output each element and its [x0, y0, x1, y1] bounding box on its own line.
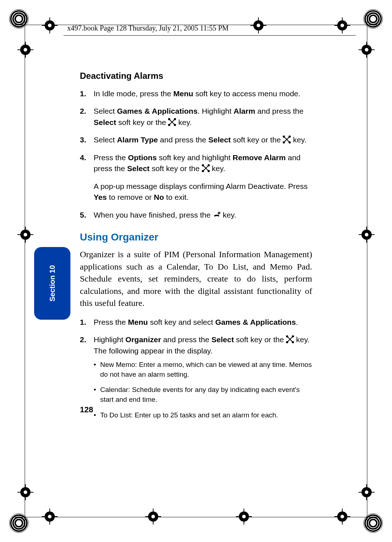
svg-point-65	[283, 136, 285, 137]
svg-point-60	[174, 118, 176, 120]
svg-point-8	[24, 48, 27, 52]
list-item: 1.Press the Menu soft key and select Gam…	[80, 317, 312, 328]
ok-key-icon	[286, 335, 294, 343]
end-key-icon	[213, 211, 221, 219]
organizer-intro: Organizer is a suite of PIM (Personal In…	[80, 248, 312, 310]
list-item: •To Do List: Enter up to 25 tasks and se…	[94, 410, 312, 420]
svg-point-52	[340, 24, 344, 27]
organizer-step-list: 1.Press the Menu soft key and select Gam…	[80, 317, 312, 426]
crosshair-icon	[236, 509, 252, 525]
step-text: When you have finished, press the key.	[94, 210, 312, 221]
list-item: •Calendar: Schedule events for any day b…	[94, 385, 312, 404]
step-text: Highlight Organizer and press the Select…	[94, 335, 310, 355]
crosshair-icon	[359, 484, 375, 500]
section-tab: Section 10	[34, 247, 70, 320]
registration-mark-icon	[363, 9, 383, 29]
step-text: Select Games & Applications. Highlight A…	[94, 106, 312, 128]
svg-point-44	[242, 515, 246, 518]
svg-point-72	[208, 165, 209, 166]
list-item: 1.In Idle mode, press the Menu soft key …	[80, 88, 312, 99]
crosshair-icon	[145, 509, 161, 525]
registration-mark-icon	[9, 9, 29, 29]
svg-point-32	[48, 24, 52, 27]
list-item: 5.When you have finished, press the key.	[80, 210, 312, 221]
list-item: 4. Press the Options soft key and highli…	[80, 152, 312, 203]
svg-point-48	[340, 515, 344, 518]
organizer-sub-list: •New Memo: Enter a memo, which can be vi…	[94, 360, 312, 420]
alarms-step-list: 1.In Idle mode, press the Menu soft key …	[80, 88, 312, 221]
svg-point-62	[174, 124, 176, 126]
section-tab-label: Section 10	[48, 265, 57, 302]
crosshair-icon	[359, 227, 375, 243]
svg-point-61	[168, 124, 170, 126]
step-text: Select Alarm Type and press the Select s…	[94, 134, 312, 145]
list-item: 3.Select Alarm Type and press the Select…	[80, 134, 312, 145]
svg-point-82	[292, 341, 294, 343]
registration-mark-icon	[9, 513, 29, 533]
running-header: x497.book Page 128 Thursday, July 21, 20…	[67, 24, 229, 32]
header-rule	[64, 35, 356, 36]
svg-point-79	[286, 336, 288, 337]
svg-point-16	[24, 233, 27, 236]
svg-point-81	[286, 341, 288, 343]
ok-key-icon	[283, 136, 291, 143]
crosshair-icon	[250, 17, 266, 33]
sub-item-text: To Do List: Enter up to 25 tasks and set…	[100, 410, 312, 420]
heading-deactivating-alarms: Deactivating Alarms	[80, 71, 312, 81]
svg-point-28	[365, 490, 368, 494]
svg-point-66	[289, 136, 290, 137]
step-text: Press the Options soft key and highlight…	[94, 152, 312, 174]
svg-point-68	[289, 142, 290, 143]
svg-point-73	[202, 170, 204, 172]
svg-point-12	[365, 48, 368, 52]
step-text: Press the Menu soft key and select Games…	[94, 317, 312, 328]
svg-point-59	[168, 118, 170, 120]
svg-point-40	[151, 515, 155, 518]
ok-key-icon	[202, 164, 210, 172]
svg-point-24	[24, 490, 27, 494]
sub-item-text: Calendar: Schedule events for any day by…	[100, 385, 312, 404]
svg-point-80	[292, 336, 294, 337]
crosshair-icon	[17, 42, 33, 58]
list-item: •New Memo: Enter a memo, which can be vi…	[94, 360, 312, 379]
svg-point-74	[208, 170, 209, 172]
svg-point-36	[48, 515, 52, 518]
svg-point-67	[283, 142, 285, 143]
crosshair-icon	[17, 484, 33, 500]
svg-point-56	[257, 24, 260, 27]
ok-key-icon	[168, 118, 176, 126]
crop-line-left	[25, 15, 25, 527]
sub-item-text: New Memo: Enter a memo, which can be vie…	[100, 360, 312, 379]
registration-mark-icon	[363, 513, 383, 533]
page-content: Deactivating Alarms 1.In Idle mode, pres…	[80, 71, 312, 435]
page-number: 128	[80, 405, 93, 414]
crosshair-icon	[42, 17, 58, 33]
crop-line-bottom	[15, 517, 377, 517]
list-item: 2. Highlight Organizer and press the Sel…	[80, 334, 312, 426]
crosshair-icon	[359, 42, 375, 58]
crosshair-icon	[334, 509, 350, 525]
crop-line-right	[367, 15, 367, 527]
heading-using-organizer: Using Organizer	[80, 231, 312, 243]
svg-point-71	[202, 165, 204, 166]
crosshair-icon	[334, 17, 350, 33]
crosshair-icon	[42, 509, 58, 525]
svg-point-20	[365, 233, 368, 236]
crosshair-icon	[17, 227, 33, 243]
step-text: A pop-up message displays confirming Ala…	[94, 181, 312, 203]
list-item: 2.Select Games & Applications. Highlight…	[80, 106, 312, 128]
step-text: In Idle mode, press the Menu soft key to…	[94, 88, 312, 99]
